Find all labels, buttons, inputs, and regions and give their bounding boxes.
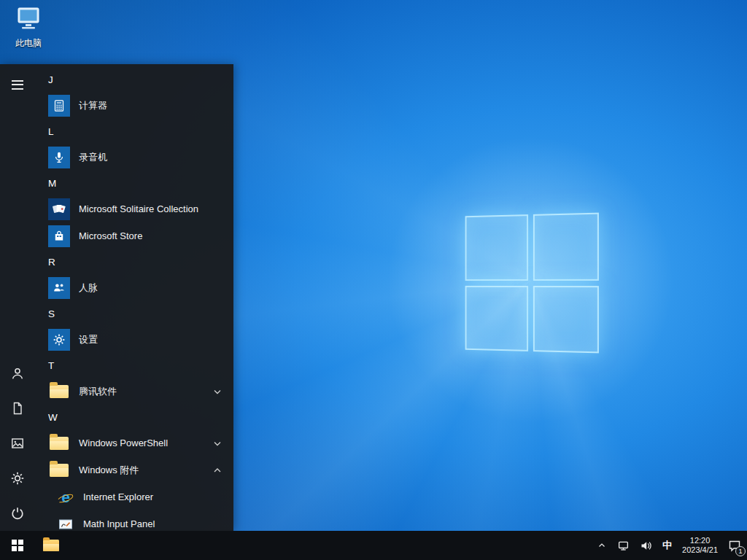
notification-badge: 1 <box>735 546 746 556</box>
app-label: 计算器 <box>79 99 107 112</box>
clock-date: 2023/4/21 <box>682 545 718 555</box>
this-pc-icon <box>14 6 43 35</box>
taskbar: 中 12:20 2023/4/21 1 <box>0 531 747 560</box>
rail-bottom-group <box>0 356 35 531</box>
windows-logo-pane <box>465 214 528 280</box>
windows-logo-pane <box>465 285 528 351</box>
folder-icon <box>48 459 70 481</box>
chevron-down-icon <box>212 386 223 397</box>
chevron-up-icon <box>212 464 223 476</box>
desktop-icon-this-pc[interactable]: 此电脑 <box>6 6 51 50</box>
section-header-m[interactable]: M <box>35 171 233 195</box>
app-item-settings[interactable]: 设置 <box>35 326 233 353</box>
section-letter: W <box>48 412 58 423</box>
internet-explorer-icon: e <box>57 489 74 506</box>
app-item-math-input-panel[interactable]: Math Input Panel <box>35 510 233 531</box>
app-item-microsoft-store[interactable]: Microsoft Store <box>35 222 233 249</box>
section-header-j[interactable]: J <box>35 67 233 92</box>
folder-icon <box>48 381 70 402</box>
chevron-down-icon <box>212 438 223 449</box>
section-header-s[interactable]: S <box>35 301 233 326</box>
section-letter: L <box>48 126 54 137</box>
folder-item-tencent[interactable]: 腾讯软件 <box>35 378 233 405</box>
desktop-icon-label: 此电脑 <box>15 37 42 50</box>
app-label: Math Input Panel <box>83 518 155 529</box>
windows-logo-pane <box>533 286 599 354</box>
volume-tray-button[interactable] <box>635 531 657 560</box>
app-label: Windows PowerShell <box>79 438 168 448</box>
store-bag-icon <box>48 225 70 247</box>
file-explorer-icon <box>43 540 59 551</box>
document-icon <box>10 401 25 416</box>
start-button[interactable] <box>0 531 35 560</box>
app-item-people[interactable]: 人脉 <box>35 274 233 301</box>
network-tray-button[interactable] <box>612 531 635 560</box>
math-input-panel-icon <box>57 516 74 532</box>
system-tray: 中 12:20 2023/4/21 1 <box>592 531 747 560</box>
app-label: 人脉 <box>79 281 98 295</box>
action-center-button[interactable]: 1 <box>723 531 747 560</box>
section-letter: R <box>48 257 55 268</box>
taskbar-clock[interactable]: 12:20 2023/4/21 <box>677 531 723 560</box>
section-header-r[interactable]: R <box>35 249 233 274</box>
section-letter: J <box>48 74 53 85</box>
app-item-solitaire[interactable]: Microsoft Solitaire Collection <box>35 195 233 222</box>
documents-button[interactable] <box>0 391 35 426</box>
ime-language-indicator[interactable]: 中 <box>657 531 677 560</box>
section-header-w[interactable]: W <box>35 405 233 429</box>
folder-item-powershell[interactable]: Windows PowerShell <box>35 429 233 456</box>
pictures-button[interactable] <box>0 426 35 461</box>
app-item-calculator[interactable]: 计算器 <box>35 92 233 119</box>
gear-icon <box>10 471 25 486</box>
app-label: Windows 附件 <box>79 464 139 477</box>
start-menu: J 计算器 L <box>0 64 233 531</box>
show-hidden-icons-button[interactable] <box>592 531 612 560</box>
section-letter: M <box>48 178 56 189</box>
start-menu-app-list: J 计算器 L <box>35 64 233 531</box>
app-item-voice-recorder[interactable]: 录音机 <box>35 144 233 171</box>
settings-rail-button[interactable] <box>0 461 35 496</box>
user-account-button[interactable] <box>0 356 35 391</box>
windows-logo-wallpaper <box>465 213 599 354</box>
app-label: 设置 <box>79 333 98 346</box>
calculator-icon <box>48 95 70 117</box>
app-label: Internet Explorer <box>83 491 153 502</box>
file-explorer-button[interactable] <box>35 531 67 560</box>
section-letter: S <box>48 308 55 319</box>
section-header-l[interactable]: L <box>35 119 233 144</box>
power-icon <box>10 506 25 521</box>
section-letter: T <box>48 360 54 371</box>
screen: 此电脑 <box>0 0 747 560</box>
app-label: 腾讯软件 <box>79 385 117 398</box>
chevron-up-icon <box>597 540 607 551</box>
clock-time: 12:20 <box>682 536 718 545</box>
section-header-t[interactable]: T <box>35 353 233 378</box>
power-button[interactable] <box>0 496 35 531</box>
people-icon <box>48 277 70 299</box>
hamburger-icon <box>12 80 23 90</box>
start-menu-rail <box>0 64 35 531</box>
solitaire-cards-icon <box>48 198 70 220</box>
pictures-icon <box>10 436 25 451</box>
network-icon <box>617 540 630 552</box>
windows-logo-icon <box>12 540 23 551</box>
app-label: Microsoft Solitaire Collection <box>79 203 198 214</box>
app-label: Microsoft Store <box>79 230 142 241</box>
folder-item-windows-accessories[interactable]: Windows 附件 <box>35 456 233 483</box>
settings-gear-icon <box>48 329 70 351</box>
user-icon <box>10 366 25 381</box>
expand-menu-button[interactable] <box>0 67 35 102</box>
folder-icon <box>48 432 70 454</box>
app-label: 录音机 <box>79 151 107 164</box>
app-item-internet-explorer[interactable]: e Internet Explorer <box>35 483 233 510</box>
microphone-icon <box>48 147 70 168</box>
speaker-icon <box>640 540 652 552</box>
windows-logo-pane <box>533 213 599 281</box>
